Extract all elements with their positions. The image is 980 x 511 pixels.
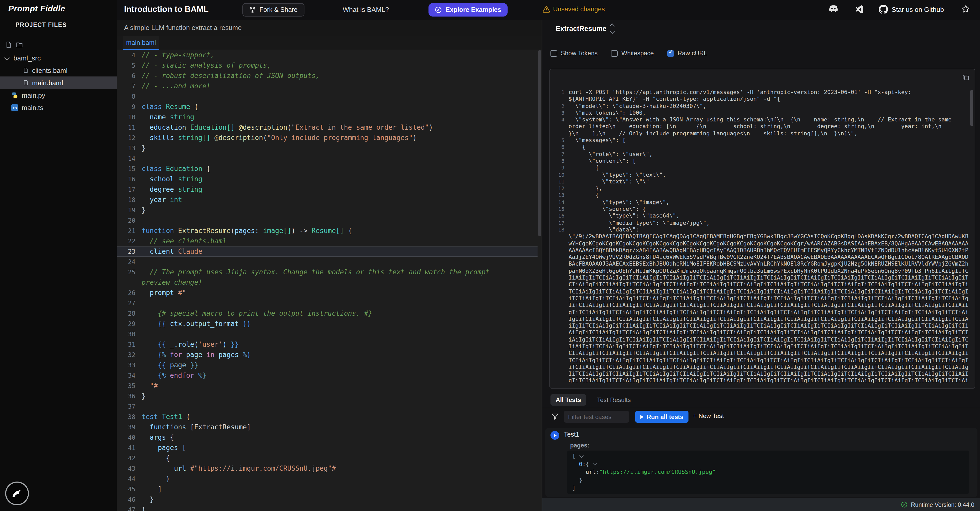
json-row[interactable]: 0: {: [572, 460, 964, 468]
line-number: 16: [122, 174, 135, 184]
code-line-24[interactable]: 24: [117, 257, 538, 267]
editor-scrollbar[interactable]: [538, 50, 542, 511]
collapse-chevron-icon[interactable]: [593, 462, 597, 466]
code-line-43[interactable]: 43 url #"https://i.imgur.com/CRUSSnU.jpe…: [117, 463, 538, 474]
line-number: 16: [554, 213, 565, 220]
code-line-46[interactable]: 46 }: [117, 495, 538, 505]
code-line-19[interactable]: 19}: [117, 205, 538, 216]
fork-share-button[interactable]: Fork & Share: [242, 3, 304, 16]
code-line-20[interactable]: 20: [117, 216, 538, 226]
copy-icon[interactable]: [962, 73, 970, 81]
star-on-github-button[interactable]: Star us on Github: [879, 5, 944, 14]
code-line-32[interactable]: 32 {% for page in pages %}: [117, 350, 538, 360]
line-number: 41: [122, 443, 135, 453]
code-line-47[interactable]: 47}: [117, 505, 538, 511]
code-line-39[interactable]: 39 functions [ExtractResume]: [117, 422, 538, 432]
editor-code[interactable]: 4// - type-support,5// - static analysis…: [117, 50, 538, 511]
code-line-9[interactable]: 9class Resume {: [117, 102, 538, 112]
code-line-11[interactable]: 11 education Education[] @description("E…: [117, 122, 538, 133]
curl-line-15: 15 \"source\": {: [554, 206, 967, 213]
code-line-18[interactable]: 18 year int: [117, 195, 538, 205]
filter-icon[interactable]: [552, 413, 559, 420]
curl-code[interactable]: 1curl -X POST 'https://api.anthropic.com…: [554, 89, 967, 385]
code-line-42[interactable]: 42 {: [117, 453, 538, 463]
code-line-4[interactable]: 4// - type-support,: [117, 50, 538, 60]
code-line-41[interactable]: 41 pages [: [117, 443, 538, 453]
json-row[interactable]: [: [572, 452, 964, 460]
vscode-icon[interactable]: [855, 5, 864, 14]
code-line-40[interactable]: 40 args {: [117, 432, 538, 443]
line-text: },: [569, 185, 967, 192]
new-test-button[interactable]: + New Test: [693, 412, 724, 419]
code-line-36[interactable]: 36}: [117, 391, 538, 402]
whitespace-checkbox[interactable]: Whitespace: [611, 49, 654, 57]
line-number: 12: [122, 133, 135, 143]
scrollbar-thumb[interactable]: [538, 50, 541, 236]
sidebar-item-main-baml[interactable]: main.baml: [0, 76, 117, 89]
line-text: {{ _.role('user') }}: [142, 340, 506, 350]
tab-main-baml[interactable]: main.baml: [123, 36, 159, 50]
line-text: \"model\": \"claude-3-haiku-20240307\",: [569, 103, 967, 110]
code-line-16[interactable]: 16 school string: [117, 174, 538, 184]
code-line-35[interactable]: 35 "#: [117, 381, 538, 391]
line-text: \"type\": \"image\",: [569, 199, 967, 206]
code-line-28[interactable]: 28 {# special macro to print the output …: [117, 308, 538, 319]
line-text: {: [569, 192, 967, 199]
function-select[interactable]: ExtractResume: [556, 24, 614, 33]
code-line-13[interactable]: 13}: [117, 143, 538, 154]
code-line-21[interactable]: 21function ExtractResume(pages: image[])…: [117, 226, 538, 236]
code-line-37[interactable]: 37: [117, 402, 538, 412]
code-line-17[interactable]: 17 degree string: [117, 184, 538, 195]
code-line-25[interactable]: 25 // The prompt uses Jinja syntax. Chan…: [117, 267, 538, 288]
code-line-22[interactable]: 22 // see clients.baml: [117, 236, 538, 246]
raw-curl-checkbox[interactable]: Raw cURL: [667, 49, 707, 57]
test-args-json-viewer[interactable]: [0: {url: "https://i.imgur.com/CRUSSnU.j…: [567, 451, 969, 494]
what-is-baml-link[interactable]: What is BAML?: [343, 6, 389, 13]
code-line-34[interactable]: 34 {% endfor %}: [117, 370, 538, 381]
show-tokens-checkbox[interactable]: Show Tokens: [550, 49, 598, 57]
code-line-33[interactable]: 33 {{ page }}: [117, 360, 538, 370]
sidebar-item-main-py[interactable]: main.py: [0, 89, 117, 101]
boundary-avatar[interactable]: [5, 482, 29, 505]
line-number: 17: [122, 184, 135, 195]
code-line-44[interactable]: 44 }: [117, 474, 538, 484]
code-line-14[interactable]: 14: [117, 154, 538, 164]
code-line-38[interactable]: 38test Test1 {: [117, 412, 538, 422]
explore-examples-button[interactable]: Explore Examples: [428, 3, 508, 16]
code-line-27[interactable]: 27: [117, 298, 538, 308]
code-line-6[interactable]: 6// - robust deserialization of JSON out…: [117, 71, 538, 81]
code-line-30[interactable]: 30: [117, 329, 538, 340]
run-test-button[interactable]: [550, 431, 559, 440]
new-folder-icon[interactable]: [16, 41, 23, 48]
compass-icon: [435, 6, 442, 13]
tab-test-results[interactable]: Test Results: [597, 396, 631, 403]
sidebar-item-baml-src-folder[interactable]: baml_src: [0, 52, 117, 64]
check-circle-icon: [901, 501, 908, 508]
curl-scrollbar-thumb[interactable]: [970, 90, 973, 126]
tab-all-tests[interactable]: All Tests: [550, 394, 586, 406]
code-line-12[interactable]: 12 skills string[] @description("Only in…: [117, 133, 538, 143]
sidebar-item-main-ts[interactable]: TS main.ts: [0, 101, 117, 114]
code-line-8[interactable]: 8: [117, 92, 538, 102]
filter-test-cases-input[interactable]: [564, 411, 629, 423]
json-punctuation: }: [579, 476, 582, 484]
code-line-26[interactable]: 26 prompt #": [117, 288, 538, 298]
code-line-45[interactable]: 45 ]: [117, 484, 538, 495]
collapse-chevron-icon[interactable]: [579, 453, 584, 458]
subtitle-strip: A simple LLM function extract a resume: [117, 20, 542, 36]
line-number: 9: [554, 165, 565, 171]
code-line-5[interactable]: 5// - static analysis of prompts,: [117, 60, 538, 71]
code-line-15[interactable]: 15class Education {: [117, 164, 538, 174]
new-file-icon[interactable]: [5, 41, 12, 48]
line-text: \"text\": \"\": [569, 178, 967, 185]
code-line-23[interactable]: 23 client Claude: [117, 246, 538, 257]
code-line-7[interactable]: 7// - ...and more!: [117, 81, 538, 92]
discord-icon[interactable]: [828, 5, 839, 14]
code-line-10[interactable]: 10 name string: [117, 112, 538, 122]
code-line-31[interactable]: 31 {{ _.role('user') }}: [117, 340, 538, 350]
line-number: 28: [122, 308, 135, 319]
run-all-tests-button[interactable]: Run all tests: [635, 411, 689, 423]
star-icon[interactable]: [961, 5, 970, 13]
code-line-29[interactable]: 29 {{ ctx.output_format }}: [117, 319, 538, 329]
sidebar-item-clients-baml[interactable]: clients.baml: [0, 64, 117, 76]
